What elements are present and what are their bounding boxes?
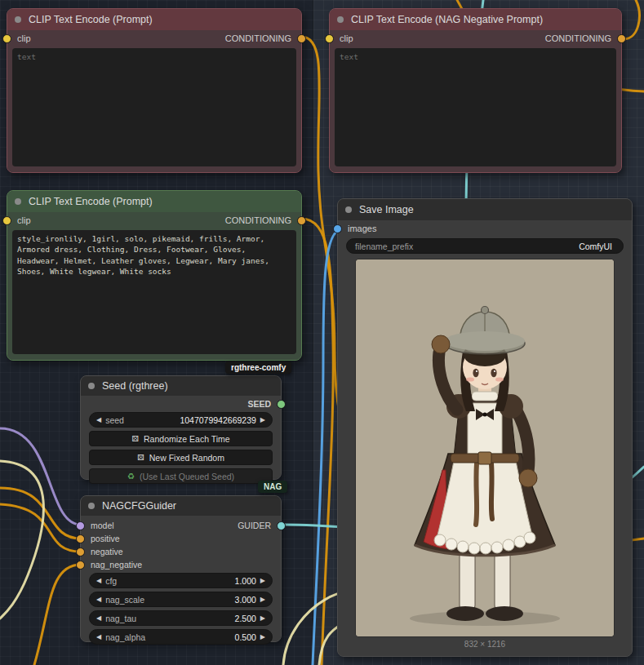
node-clip-text-encode-prompt[interactable]: CLIP Text Encode (Prompt) clip CONDITION… [7,8,302,173]
clip-input-label: clip [17,33,31,43]
guider-output-label: GUIDER [238,521,271,530]
seed-output-label: SEED [247,399,271,409]
cfg-widget[interactable]: ◀ cfg 1.000 ▶ [89,573,273,588]
clip-input-slot[interactable] [2,216,11,225]
seed-widget-value: 1047079942669239 [180,415,255,425]
widget-value: 3.000 [235,595,256,605]
decrement-arrow[interactable]: ◀ [96,614,101,622]
node-title-bar[interactable]: Save Image [338,199,632,220]
increment-arrow[interactable]: ▶ [260,633,265,641]
prompt-textarea[interactable]: style_ironlily, 1girl, solo, pikemaid, f… [12,230,296,354]
node-clip-text-encode-positive[interactable]: CLIP Text Encode (Prompt) clip CONDITION… [7,190,302,361]
collapse-dot[interactable] [88,383,95,389]
clip-input-label: clip [17,215,31,225]
nag-tau-widget[interactable]: ◀ nag_tau 2.500 ▶ [89,610,273,626]
decrement-arrow[interactable]: ◀ [96,633,101,641]
negative-input-slot[interactable] [76,548,85,556]
prompt-textarea[interactable]: text [335,48,616,166]
seed-value-widget[interactable]: ◀ seed 1047079942669239 ▶ [89,412,273,428]
clip-input-label: clip [340,33,353,43]
wire [0,504,81,552]
clip-input-slot[interactable] [325,34,334,43]
model-input-slot[interactable] [76,521,85,530]
increment-arrow[interactable]: ▶ [260,577,265,584]
images-input-label: images [348,224,376,233]
prompt-textarea[interactable]: text [12,48,296,166]
conditioning-output-label: CONDITIONING [225,215,291,225]
node-title-bar[interactable]: CLIP Text Encode (NAG Negative Prompt) [330,9,621,30]
seed-widget-label: seed [105,415,124,425]
recycle-icon: ♻ [127,472,135,481]
node-title: NAGCFGGuider [102,500,176,512]
widget-value: 1.000 [235,576,256,586]
node-seed-rgthree[interactable]: Seed (rgthree) SEED ◀ seed 1047079942669… [80,375,282,480]
dice-icon: ⚄ [131,434,139,443]
node-graph-canvas[interactable]: CLIP Text Encode (Prompt) clip CONDITION… [0,0,644,665]
seed-output-slot[interactable] [277,400,286,409]
nag-negative-input-slot[interactable] [76,561,85,570]
increment-arrow[interactable]: ▶ [260,416,265,423]
clip-input-slot[interactable] [2,34,11,43]
node-title-bar[interactable]: CLIP Text Encode (Prompt) [7,191,301,212]
widget-label: nag_tau [105,614,136,623]
image-dimensions-caption: 832 × 1216 [338,640,632,649]
nag-alpha-widget[interactable]: ◀ nag_alpha 0.500 ▶ [89,629,273,645]
increment-arrow[interactable]: ▶ [260,596,265,603]
wire [0,488,81,539]
filename-prefix-widget[interactable]: filename_prefix ComfyUI [346,238,624,254]
widget-value: ComfyUI [579,242,612,251]
use-last-queued-seed-button[interactable]: ♻ (Use Last Queued Seed) [89,468,273,484]
conditioning-output-label: CONDITIONING [225,33,291,43]
positive-input-slot[interactable] [76,534,85,543]
conditioning-output-label: CONDITIONING [545,33,611,43]
decrement-arrow[interactable]: ◀ [96,577,101,584]
widget-value: 0.500 [235,632,256,642]
node-title: Save Image [359,204,414,215]
nag-scale-widget[interactable]: ◀ nag_scale 3.000 ▶ [89,592,273,607]
positive-input-label: positive [91,534,120,543]
button-label: New Fixed Random [149,453,224,463]
wire [0,461,43,618]
collapse-dot[interactable] [337,16,344,23]
decrement-arrow[interactable]: ◀ [96,416,101,423]
collapse-dot[interactable] [15,16,21,23]
nag-negative-input-label: nag_negative [91,560,142,570]
node-title-bar[interactable]: Seed (rgthree) [81,376,281,396]
node-save-image[interactable]: Save Image images filename_prefix ComfyU… [337,198,633,657]
button-label: (Use Last Queued Seed) [140,472,234,481]
randomize-each-time-button[interactable]: ⚄ Randomize Each Time [89,431,273,446]
node-title: Seed (rgthree) [102,380,168,392]
conditioning-output-slot[interactable] [297,216,306,225]
node-clip-text-encode-nag-negative[interactable]: CLIP Text Encode (NAG Negative Prompt) c… [329,8,622,173]
widget-label: nag_scale [105,595,144,605]
model-input-label: model [91,521,114,530]
decrement-arrow[interactable]: ◀ [96,596,101,603]
increment-arrow[interactable]: ▶ [260,614,265,622]
widget-label: nag_alpha [105,632,145,642]
button-label: Randomize Each Time [144,434,230,444]
nag-badge: NAG [258,481,287,493]
widget-value: 2.500 [235,614,256,623]
conditioning-output-slot[interactable] [617,34,626,43]
widget-label: cfg [105,576,117,586]
node-title: CLIP Text Encode (NAG Negative Prompt) [351,14,543,25]
new-fixed-random-button[interactable]: ⚄ New Fixed Random [89,450,273,465]
node-title-bar[interactable]: CLIP Text Encode (Prompt) [7,9,301,30]
wire [34,565,81,665]
widget-label: filename_prefix [355,242,413,251]
guider-output-slot[interactable] [277,521,286,530]
conditioning-output-slot[interactable] [297,34,306,43]
collapse-dot[interactable] [88,503,95,509]
rgthree-comfy-badge: rgthree-comfy [225,361,291,374]
node-title-bar[interactable]: NAGCFGGuider [81,496,281,516]
images-input-slot[interactable] [333,224,342,233]
collapse-dot[interactable] [15,198,21,205]
dice-icon: ⚄ [137,453,144,462]
negative-input-label: negative [91,547,123,556]
node-title: CLIP Text Encode (Prompt) [29,14,153,25]
node-title: CLIP Text Encode (Prompt) [29,196,153,207]
collapse-dot[interactable] [345,206,352,213]
node-nagcfgguider[interactable]: NAGCFGGuider model GUIDER positive negat… [80,495,282,642]
generated-image-illustration [356,259,614,636]
wire [0,428,81,525]
